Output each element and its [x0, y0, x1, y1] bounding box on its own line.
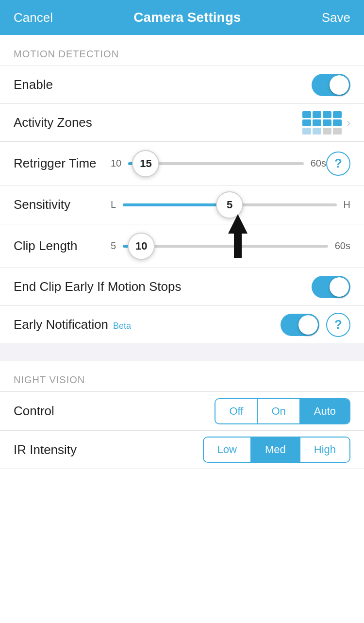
end-clip-toggle[interactable]: [312, 276, 350, 298]
sensitivity-max-label: H: [344, 199, 350, 210]
retrigger-thumb[interactable]: 15: [132, 150, 159, 177]
ir-intensity-row: IR Intensity Low Med High: [0, 430, 364, 469]
ir-high-button[interactable]: High: [300, 438, 349, 462]
clip-length-slider-section: 5 10 60s: [111, 240, 350, 252]
header: Cancel Camera Settings Save: [0, 0, 364, 35]
save-button[interactable]: Save: [322, 10, 350, 25]
night-control-auto-button[interactable]: Auto: [300, 399, 349, 423]
sensitivity-row: Sensitivity L 5 H: [0, 185, 364, 224]
retrigger-time-row: Retrigger Time 10 15 60s ?: [0, 141, 364, 185]
retrigger-time-label: Retrigger Time: [14, 155, 111, 172]
retrigger-max-label: 60s: [311, 158, 326, 169]
early-notification-help-button[interactable]: ?: [326, 313, 350, 337]
ir-intensity-label: IR Intensity: [14, 442, 77, 457]
chevron-right-icon: ›: [347, 116, 350, 130]
early-notification-label-wrap: Early Notification Beta: [14, 317, 131, 332]
night-vision-control-row: Control Off On Auto: [0, 391, 364, 430]
sensitivity-slider-section: L 5 H: [111, 199, 350, 210]
activity-zones-right: ›: [302, 111, 350, 135]
night-vision-control-label: Control: [14, 404, 54, 419]
ir-med-button[interactable]: Med: [251, 438, 299, 462]
early-notification-label: Early Notification: [14, 317, 108, 332]
retrigger-time-slider-section: 10 15 60s: [111, 158, 326, 169]
clip-length-label: Clip Length: [14, 238, 111, 254]
clip-length-max-label: 60s: [335, 240, 350, 252]
clip-length-track[interactable]: 10: [123, 244, 328, 249]
activity-zones-label: Activity Zones: [14, 115, 92, 130]
cancel-button[interactable]: Cancel: [14, 10, 53, 25]
night-control-off-button[interactable]: Off: [215, 399, 257, 423]
night-control-on-button[interactable]: On: [258, 399, 299, 423]
activity-zones-grid-icon: [302, 111, 342, 135]
page-title: Camera Settings: [133, 10, 241, 25]
motion-detection-section-label: MOTION DETECTION: [0, 35, 364, 66]
early-notif-right: ?: [281, 313, 350, 337]
clip-length-thumb[interactable]: 10: [128, 233, 155, 260]
ir-intensity-segmented[interactable]: Low Med High: [203, 437, 350, 463]
early-notification-toggle[interactable]: [281, 314, 319, 336]
clip-length-min-label: 5: [111, 240, 116, 252]
enable-label: Enable: [14, 77, 53, 92]
night-vision-section-label: NIGHT VISION: [0, 361, 364, 391]
sensitivity-label: Sensitivity: [14, 197, 111, 213]
sensitivity-fill: [123, 203, 230, 206]
retrigger-help-button[interactable]: ?: [326, 152, 350, 176]
enable-row: Enable: [0, 66, 364, 103]
sensitivity-thumb[interactable]: 5: [216, 191, 243, 219]
enable-toggle-knob: [330, 75, 349, 95]
early-notification-row: Early Notification Beta ?: [0, 305, 364, 343]
end-clip-label: End Clip Early If Motion Stops: [14, 279, 181, 294]
night-vision-control-segmented[interactable]: Off On Auto: [215, 398, 350, 424]
end-clip-row: End Clip Early If Motion Stops: [0, 268, 364, 305]
enable-toggle[interactable]: [312, 74, 350, 96]
retrigger-time-track[interactable]: 15: [128, 161, 304, 166]
sensitivity-track[interactable]: 5: [123, 202, 336, 207]
sensitivity-min-label: L: [111, 199, 116, 210]
end-clip-toggle-knob: [330, 277, 349, 297]
early-notification-toggle-knob: [298, 315, 318, 335]
activity-zones-row[interactable]: Activity Zones ›: [0, 103, 364, 141]
ir-low-button[interactable]: Low: [204, 438, 250, 462]
section-divider: [0, 343, 364, 361]
retrigger-min-label: 10: [111, 158, 121, 169]
beta-badge: Beta: [113, 321, 131, 331]
clip-length-row: Clip Length 5 10 60s: [0, 224, 364, 268]
